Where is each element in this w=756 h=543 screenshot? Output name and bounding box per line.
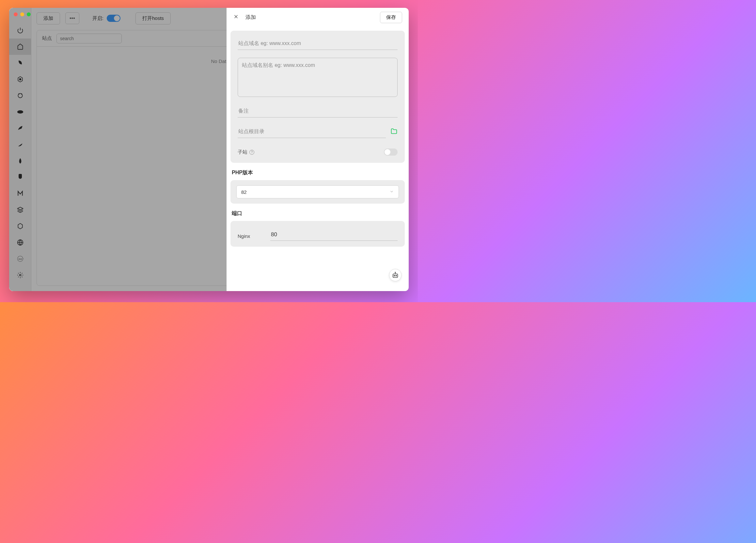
php-version-select[interactable]: 82 bbox=[236, 185, 399, 199]
svg-rect-14 bbox=[393, 274, 398, 277]
port-nginx-input[interactable] bbox=[270, 229, 398, 241]
remark-input[interactable] bbox=[238, 105, 398, 118]
minimize-window-button[interactable] bbox=[20, 12, 24, 16]
close-icon[interactable] bbox=[233, 14, 239, 21]
port-nginx-label: Nginx bbox=[238, 233, 257, 239]
drawer-body: 子站 ? PHP版本 82 端口 Nginx bbox=[227, 27, 409, 291]
add-drawer: 添加 保存 子站 ? bbox=[227, 8, 409, 291]
app-window: DNS 添加 ••• 开启: 打开hosts 站点 php版本 No Data bbox=[9, 8, 409, 291]
maximize-window-button[interactable] bbox=[27, 12, 31, 16]
domain-input[interactable] bbox=[238, 37, 398, 50]
port-section-title: 端口 bbox=[230, 208, 405, 221]
robot-icon bbox=[392, 272, 399, 279]
drawer-title: 添加 bbox=[245, 14, 256, 21]
svg-point-15 bbox=[394, 275, 395, 276]
port-nginx-row: Nginx bbox=[238, 224, 398, 241]
root-input[interactable] bbox=[238, 125, 386, 138]
php-card: 82 bbox=[230, 180, 405, 204]
chevron-down-icon bbox=[389, 189, 394, 195]
php-section-title: PHP版本 bbox=[230, 168, 405, 180]
substation-switch[interactable] bbox=[384, 149, 398, 156]
traffic-lights bbox=[14, 12, 31, 16]
chatbot-button[interactable] bbox=[389, 269, 402, 281]
help-icon[interactable]: ? bbox=[249, 150, 254, 155]
drawer-header: 添加 保存 bbox=[227, 8, 409, 27]
save-button[interactable]: 保存 bbox=[380, 12, 402, 23]
alias-input[interactable] bbox=[238, 58, 398, 97]
folder-icon[interactable] bbox=[390, 128, 398, 136]
close-window-button[interactable] bbox=[14, 12, 18, 16]
domain-card: 子站 ? bbox=[230, 31, 405, 163]
substation-label: 子站 ? bbox=[238, 149, 254, 155]
svg-point-16 bbox=[396, 275, 397, 276]
root-row bbox=[238, 125, 398, 138]
substation-row: 子站 ? bbox=[238, 146, 398, 156]
svg-point-18 bbox=[395, 272, 396, 273]
port-card: Nginx bbox=[230, 221, 405, 247]
php-version-value: 82 bbox=[241, 189, 247, 195]
